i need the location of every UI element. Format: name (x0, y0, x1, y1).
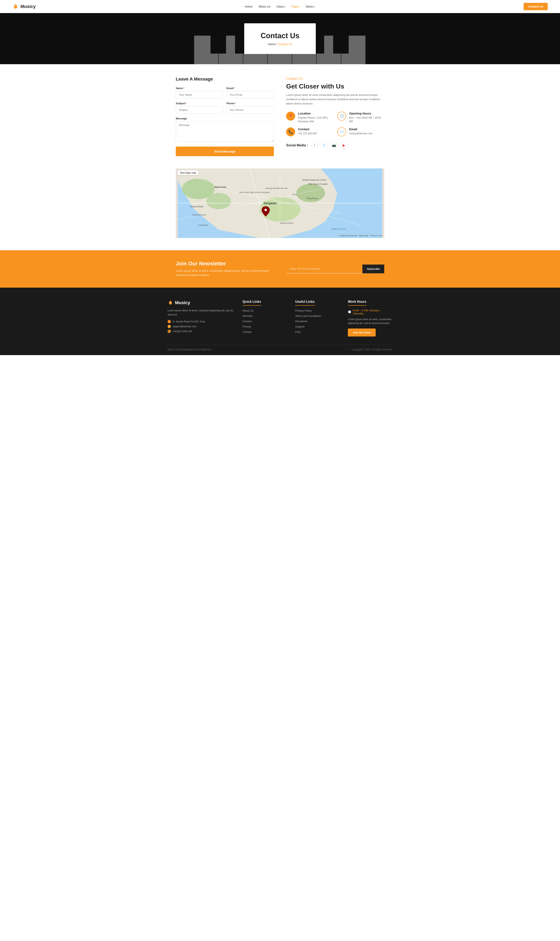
message-textarea[interactable] (176, 121, 274, 142)
subscribe-button[interactable]: Subscribe (362, 265, 384, 273)
nav-class[interactable]: Class (277, 5, 285, 8)
breadcrumb-home[interactable]: Home (268, 43, 275, 46)
form-group-message: Message (176, 117, 274, 142)
newsletter-section: Join Our Newsletter Lorem ipsum dolor si… (0, 250, 560, 288)
useful-link-faq[interactable]: FAQ (295, 330, 300, 333)
location-title: Location (298, 112, 333, 115)
useful-link-terms[interactable]: Terms and Conditions (295, 314, 321, 317)
logo[interactable]: Musicy (12, 3, 36, 10)
list-item: Services (243, 314, 287, 317)
useful-links-list: Privacy Policy Terms and Conditions Disc… (295, 309, 340, 333)
contact-value: +62 123-432-543 (298, 132, 317, 136)
nav-news[interactable]: News (306, 5, 315, 8)
useful-link-disclaimer[interactable]: Disclaimer (295, 320, 308, 323)
form-group-phone: Phone* (226, 102, 274, 114)
info-card-contact: 📞 Contact +62 123-432-543 (286, 127, 333, 136)
map-container[interactable]: North Kuta Denpasar Berawa Beach Petiten… (176, 168, 384, 238)
facebook-icon[interactable]: f (311, 142, 318, 149)
form-group-name: Name* (176, 87, 223, 99)
quick-link-careers[interactable]: Careers (243, 320, 252, 323)
email-label: Email* (226, 87, 274, 90)
newsletter-desc: Lorem ipsum dolor sit amet, consectetur … (176, 269, 274, 277)
svg-text:Plaza Renon: Plaza Renon (306, 197, 318, 200)
email-icon: ✉️ (337, 127, 346, 136)
list-item: Contact (243, 330, 287, 333)
list-item: Privacy Policy (295, 309, 340, 312)
info-card-hours: 🕐 Opening Hours Mon – Sun 09:00 AM – 20:… (337, 112, 384, 123)
info-desc: Lorem ipsum dolor sit amet consectetur a… (286, 93, 384, 106)
quick-link-about[interactable]: About Us (243, 309, 254, 312)
email-title: Email (349, 127, 372, 131)
breadcrumb: Home / Contact Us (261, 43, 299, 46)
quick-link-contact[interactable]: Contact (243, 330, 252, 333)
youtube-icon[interactable]: ▶ (341, 142, 347, 149)
info-card-email: ✉️ Email musicy@domain.com (337, 127, 384, 136)
useful-link-support[interactable]: Support (295, 325, 305, 328)
subject-label: Subject* (176, 102, 223, 105)
footer-inner: Musicy Lorem ipsum dolor sit amet, conse… (168, 300, 392, 336)
address-icon: 📍 (168, 320, 171, 323)
nav-home[interactable]: Home (245, 5, 252, 8)
email-input[interactable] (226, 91, 274, 99)
location-icon: 📍 (286, 112, 295, 121)
nav-page[interactable]: Page (291, 5, 300, 8)
footer-phone: 📞 (+62)81 6754 345 (168, 330, 234, 333)
subject-input[interactable] (176, 106, 223, 114)
navbar: Musicy Home About Us Class Page News Con… (0, 0, 560, 13)
newsletter-heading: Join Our Newsletter (176, 260, 274, 267)
svg-text:Werdhi Budaya Art Centre: Werdhi Budaya Art Centre (303, 179, 326, 181)
quick-links-col: Quick Links About Us Services Careers Pr… (243, 300, 287, 336)
svg-text:Petitenget Beach: Petitenget Beach (192, 214, 206, 216)
quick-link-pricing[interactable]: Pricing (243, 325, 251, 328)
footer-address: 📍 Jl. Sunset Road No.815, Kuta (168, 320, 234, 323)
location-value: Puputan Renon, 1131 DPS, Denpasar, Bali (298, 116, 333, 123)
svg-point-15 (206, 193, 231, 209)
info-grid: 📍 Location Puputan Renon, 1131 DPS, Denp… (286, 112, 384, 136)
twitter-icon[interactable]: 𝕏 (321, 142, 328, 149)
footer-desc: Lorem ipsum dolor sit amet, consectet ad… (168, 308, 234, 317)
name-input[interactable] (176, 91, 223, 99)
svg-text:Kuta Beach: Kuta Beach (198, 224, 208, 226)
useful-links-heading: Useful Links (295, 300, 315, 306)
join-class-button[interactable]: Join the Class (348, 328, 375, 336)
map-svg: North Kuta Denpasar Berawa Beach Petiten… (176, 168, 384, 238)
useful-link-privacy[interactable]: Privacy Policy (295, 309, 312, 312)
svg-rect-11 (333, 35, 349, 54)
footer-logo: Musicy (168, 300, 234, 306)
svg-text:Sanur: Sanur (292, 193, 297, 196)
breadcrumb-current: Contact Us (278, 43, 292, 46)
newsletter-email-input[interactable] (286, 264, 362, 274)
hours-title: Opening Hours (349, 112, 384, 115)
footer-phone-icon: 📞 (168, 330, 171, 333)
phone-input[interactable] (226, 106, 274, 114)
footer-email-icon: ✉ (168, 325, 171, 328)
hero-content: Contact Us Home / Contact Us (240, 13, 320, 64)
footer-brand: Musicy Lorem ipsum dolor sit amet, conse… (168, 300, 234, 336)
quick-link-services[interactable]: Services (243, 314, 253, 317)
quick-links-heading: Quick Links (243, 300, 261, 306)
work-hours-desc: Lorem ipsum dolor sit amet, consectetur … (348, 317, 392, 325)
newsletter-form: Subscribe (286, 264, 384, 274)
footer-email: ✉ support@domain.com (168, 325, 234, 328)
map-section: North Kuta Denpasar Berawa Beach Petiten… (168, 168, 392, 238)
list-item: Pricing (243, 325, 287, 328)
nav-contact-button[interactable]: Contact Us (524, 3, 548, 10)
footer-bottom: Music School Template Kit by Jegtheme Co… (168, 345, 392, 351)
hero-title: Contact Us (261, 31, 299, 40)
svg-text:Bali Royal Hospital: Bali Royal Hospital (309, 183, 328, 185)
svg-point-38 (265, 209, 267, 211)
email-value: musicy@domain.com (349, 132, 372, 136)
list-item: About Us (243, 309, 287, 312)
list-item: Careers (243, 320, 287, 323)
form-group-subject: Subject* (176, 102, 223, 114)
social-label: Social Media : (286, 143, 308, 147)
map-data: Map Data (359, 234, 368, 237)
contact-section: Leave A Message Name* Email* Subject* (168, 77, 392, 156)
nav-about[interactable]: About Us (258, 5, 271, 8)
clock-icon: 🕐 (337, 112, 346, 121)
form-row-subject-phone: Subject* Phone* (176, 102, 274, 114)
send-message-button[interactable]: Send Message (176, 146, 274, 156)
info-card-location: 📍 Location Puputan Renon, 1131 DPS, Denp… (286, 112, 333, 123)
instagram-icon[interactable]: 📷 (331, 142, 337, 149)
view-larger-map-button[interactable]: View larger map (178, 171, 198, 175)
